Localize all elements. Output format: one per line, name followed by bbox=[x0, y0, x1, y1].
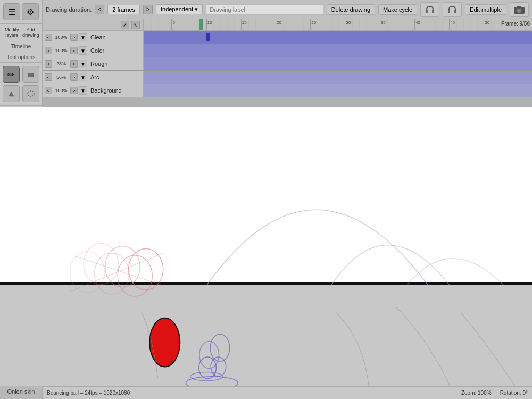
edit-multiple-button[interactable]: Edit multiple bbox=[465, 4, 506, 15]
layer-row-background: < 100% > ▼ Background bbox=[43, 84, 532, 97]
duration-next-button[interactable]: > bbox=[143, 5, 153, 14]
playhead-line-color bbox=[206, 44, 206, 57]
lasso-icon bbox=[26, 89, 36, 98]
ruler-tick bbox=[491, 19, 498, 30]
layer-pct-background: 100% bbox=[53, 88, 69, 93]
ruler-tick bbox=[366, 19, 373, 30]
expand-timeline-button[interactable]: ⤢ bbox=[121, 21, 129, 29]
eraser-icon bbox=[26, 70, 36, 79]
svg-rect-4 bbox=[426, 10, 428, 13]
green-playhead bbox=[199, 19, 203, 30]
drawing-duration-label: Drawing duration: bbox=[46, 6, 92, 13]
camera-button[interactable] bbox=[510, 2, 529, 17]
headphones1-icon bbox=[425, 4, 435, 15]
ruler-tick bbox=[234, 19, 241, 30]
canvas-area bbox=[0, 107, 532, 386]
ruler-tick-major: 50 bbox=[484, 19, 491, 30]
layer-frames-clean[interactable] bbox=[144, 31, 532, 44]
lasso-tool-button[interactable] bbox=[22, 85, 39, 102]
tool-options-label: Tool options bbox=[0, 52, 42, 63]
layer-frames-background[interactable] bbox=[144, 84, 532, 97]
ruler-tick bbox=[151, 19, 158, 30]
layer-next-color[interactable]: > bbox=[70, 47, 78, 54]
pencil-tool-button[interactable]: ✏ bbox=[3, 66, 20, 83]
ruler-tick bbox=[220, 19, 227, 30]
independent-label: Independent bbox=[161, 6, 193, 12]
layer-next-rough[interactable]: > bbox=[70, 60, 78, 68]
layer-controls-arc: < 56% > ▼ Arc bbox=[43, 71, 144, 84]
layer-expand-rough[interactable]: ▼ bbox=[79, 60, 87, 68]
layer-expand-arc[interactable]: ▼ bbox=[79, 73, 87, 81]
layer-expand-color[interactable]: ▼ bbox=[79, 46, 87, 55]
layer-name-color: Color bbox=[90, 47, 141, 54]
ruler-tick-major: 15 bbox=[241, 19, 248, 30]
ruler-tick bbox=[387, 19, 394, 30]
layer-expand-background[interactable]: ▼ bbox=[79, 86, 87, 95]
layer-expand-clean[interactable]: ▼ bbox=[79, 33, 87, 41]
collapse-timeline-button[interactable]: ⤡ bbox=[131, 21, 140, 29]
playhead-line-background bbox=[206, 84, 206, 97]
animation-canvas bbox=[0, 107, 532, 386]
arc-path-large bbox=[206, 210, 428, 285]
ruler-tick bbox=[179, 19, 186, 30]
layer-frames-arc[interactable] bbox=[144, 71, 532, 84]
fill-icon bbox=[6, 89, 16, 98]
modify-layers-label: Modify layers bbox=[2, 27, 22, 38]
add-drawing-button[interactable]: Add drawing bbox=[22, 27, 40, 38]
fill-tool-button[interactable] bbox=[3, 85, 20, 102]
shadow-curve-4 bbox=[461, 313, 515, 386]
ruler-tick bbox=[290, 19, 297, 30]
layer-row-color: < 100% > ▼ Color bbox=[43, 44, 532, 57]
layer-name-rough: Rough bbox=[90, 61, 141, 67]
project-info: Bouncing ball – 24fps – 1920x1080 bbox=[47, 390, 130, 396]
layer-controls-rough: < 28% > ▼ Rough bbox=[43, 57, 144, 70]
layer-next-clean[interactable]: > bbox=[70, 34, 78, 41]
layer-frames-color[interactable] bbox=[144, 44, 532, 57]
ruler-tick bbox=[325, 19, 331, 30]
ruler-tick bbox=[352, 19, 359, 30]
ruler-tick bbox=[227, 19, 234, 30]
svg-rect-5 bbox=[432, 10, 434, 13]
frames-value: 2 frames bbox=[107, 5, 140, 14]
layer-row-clean: < 100% > ▼ Clean bbox=[43, 31, 532, 44]
layer-row-rough: < 28% > ▼ Rough bbox=[43, 57, 532, 71]
eraser-tool-button[interactable] bbox=[22, 66, 39, 83]
ruler-tick bbox=[186, 19, 193, 30]
ruler-tick bbox=[373, 19, 380, 30]
drawing-label-input[interactable] bbox=[206, 4, 323, 15]
shadow-curve-2 bbox=[336, 313, 369, 386]
make-cycle-button[interactable]: Make cycle bbox=[378, 4, 417, 15]
layer-name-clean: Clean bbox=[90, 34, 141, 40]
layer-controls-color: < 100% > ▼ Color bbox=[43, 44, 144, 57]
ruler-tick-major: 35 bbox=[380, 19, 387, 30]
modify-layers-button[interactable]: Modify layers bbox=[2, 27, 22, 38]
ghost-ellipse-1 bbox=[70, 252, 105, 293]
ruler-tick-major: 20 bbox=[276, 19, 283, 30]
ruler-tick-major: 40 bbox=[414, 19, 422, 30]
svg-point-3 bbox=[28, 91, 34, 96]
independent-dropdown[interactable]: Independent ▾ bbox=[156, 4, 203, 14]
ruler-tick bbox=[318, 19, 325, 30]
settings-button[interactable]: ⚙ bbox=[22, 3, 39, 20]
timeline-ruler-controls: ⤢ ⤡ bbox=[43, 19, 144, 30]
frame-display: Frame: 9/56 bbox=[501, 21, 530, 27]
layer-next-arc[interactable]: > bbox=[70, 73, 78, 81]
layer-prev-color[interactable]: < bbox=[45, 47, 52, 54]
layer-prev-background[interactable]: < bbox=[45, 87, 52, 94]
layer-prev-arc[interactable]: < bbox=[45, 73, 52, 81]
headphones2-button[interactable] bbox=[443, 2, 462, 17]
ruler-tick bbox=[408, 19, 414, 30]
layer-controls-background: < 100% > ▼ Background bbox=[43, 84, 144, 97]
sidebar-top-buttons: ☰ ⚙ bbox=[0, 0, 42, 24]
layer-next-background[interactable]: > bbox=[70, 87, 78, 94]
layer-prev-rough[interactable]: < bbox=[45, 60, 52, 68]
duration-prev-button[interactable]: < bbox=[95, 5, 104, 14]
layer-prev-clean[interactable]: < bbox=[45, 34, 52, 41]
delete-drawing-button[interactable]: Delete drawing bbox=[327, 4, 375, 15]
menu-button[interactable]: ☰ bbox=[3, 3, 20, 20]
layer-name-arc: Arc bbox=[90, 74, 141, 80]
arc-path-small bbox=[331, 245, 450, 285]
headphones1-button[interactable] bbox=[420, 2, 439, 17]
layer-frames-rough[interactable] bbox=[144, 57, 532, 70]
ruler-tick bbox=[144, 19, 151, 30]
